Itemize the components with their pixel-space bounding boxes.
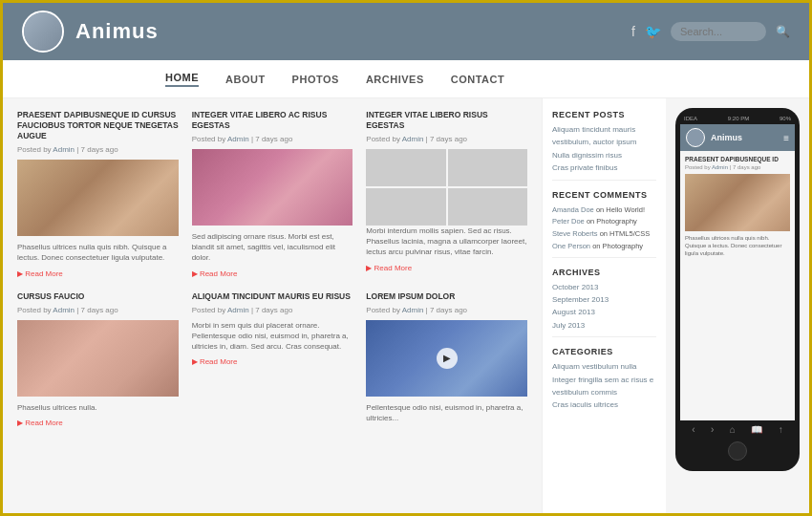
- phone-home-icon[interactable]: ⌂: [730, 424, 736, 435]
- sidebar-divider-3: [552, 336, 656, 337]
- post-5-read-more[interactable]: Read More: [192, 357, 238, 366]
- post-2-title: INTEGER VITAE LIBERO AC RISUS EGESTAS: [192, 110, 353, 131]
- phone-post-image: [685, 174, 790, 231]
- post-5-author[interactable]: Admin: [227, 306, 249, 314]
- post-4-title: CURSUS FAUCIO: [17, 291, 179, 302]
- category-1[interactable]: Aliquam vestibulum nulla: [552, 362, 656, 372]
- category-4[interactable]: Cras iaculis ultrices: [552, 400, 656, 410]
- post-3-title: INTEGER VITAE LIBERO RISUS EGESTAS: [366, 110, 527, 131]
- post-3-author[interactable]: Admin: [402, 135, 424, 143]
- post-4-author[interactable]: Admin: [53, 306, 75, 314]
- post-3-date: 7 days ago: [430, 135, 467, 143]
- collage-img-2: [448, 149, 527, 186]
- post-1-meta: Posted by Admin | 7 days ago: [17, 145, 179, 154]
- collage-img-4: [448, 188, 527, 226]
- post-card-3: INTEGER VITAE LIBERO RISUS EGESTAS Poste…: [366, 110, 527, 278]
- post-2-image: [192, 149, 353, 226]
- recent-post-4[interactable]: Cras private finibus: [552, 163, 656, 173]
- header-icons: f 🐦 🔍: [631, 22, 790, 41]
- avatar: [22, 11, 64, 53]
- comment-1: Amanda Doe on Hello World!: [552, 205, 656, 215]
- post-4-read-more[interactable]: Read More: [17, 419, 63, 427]
- phone-post-author[interactable]: Admin: [712, 164, 728, 170]
- phone-forward-icon[interactable]: ›: [711, 424, 714, 435]
- phone-status-bar: IDEA 9:20 PM 90%: [680, 116, 795, 121]
- phone-home-button[interactable]: [728, 441, 747, 461]
- nav-about[interactable]: ABOUT: [225, 74, 266, 85]
- category-2[interactable]: Integer fringilla sem ac risus e: [552, 376, 656, 385]
- recent-post-3[interactable]: Nulla dignissim risus: [552, 151, 656, 161]
- post-2-meta-prefix: Posted by: [192, 135, 226, 143]
- post-6-author[interactable]: Admin: [402, 306, 424, 314]
- category-3[interactable]: vestibulum commis: [552, 388, 656, 398]
- archive-3[interactable]: August 2013: [552, 308, 656, 317]
- post-5-date: 7 days ago: [255, 306, 292, 314]
- phone-menu-icon[interactable]: ≡: [783, 133, 789, 143]
- comment-1-author[interactable]: Amanda Doe: [552, 205, 594, 214]
- post-6-meta-prefix: Posted by: [366, 306, 400, 314]
- comment-2-on: on Photography: [587, 217, 637, 226]
- comment-3-author[interactable]: Steve Roberts: [552, 229, 598, 238]
- archive-1[interactable]: October 2013: [552, 283, 656, 292]
- nav-archives[interactable]: ARCHIVES: [366, 74, 424, 85]
- post-1-author[interactable]: Admin: [53, 145, 75, 154]
- post-2-read-more[interactable]: Read More: [192, 269, 238, 278]
- nav-contact[interactable]: CONTACT: [451, 74, 504, 85]
- archive-4[interactable]: July 2013: [552, 321, 656, 331]
- post-4-text: Phasellus ultrices nulla.: [17, 402, 179, 413]
- phone-mockup: IDEA 9:20 PM 90% Animus ≡ PRAESENT DAPIB…: [675, 108, 800, 471]
- comment-2-author[interactable]: Peter Doe: [552, 217, 585, 226]
- phone-share-icon[interactable]: ↑: [779, 424, 783, 435]
- nav-home[interactable]: HOME: [165, 72, 199, 87]
- nav-photos[interactable]: PHOTOS: [292, 74, 339, 85]
- post-6-date: 7 days ago: [430, 306, 467, 314]
- recent-comments-title: RECENT COMMENTS: [552, 190, 656, 200]
- post-4-date: 7 days ago: [81, 306, 118, 314]
- sidebar: RECENT POSTS Aliquam tincidunt mauris ve…: [542, 98, 666, 516]
- recent-post-1[interactable]: Aliquam tincidunt mauris: [552, 125, 656, 135]
- phone-post-title: PRAESENT DAPIBUSNEQUE ID: [685, 156, 790, 162]
- post-6-meta: Posted by Admin | 7 days ago: [366, 306, 527, 314]
- twitter-icon[interactable]: 🐦: [645, 24, 661, 39]
- posts-row-1: PRAESENT DAPIBUSNEQUE ID CURSUS FAUCIOBU…: [17, 110, 527, 278]
- comment-4-on: on Photography: [592, 242, 643, 250]
- post-2-author[interactable]: Admin: [227, 135, 249, 143]
- post-card-2: INTEGER VITAE LIBERO AC RISUS EGESTAS Po…: [192, 110, 353, 278]
- post-3-meta: Posted by Admin | 7 days ago: [366, 135, 527, 143]
- phone-book-icon[interactable]: 📖: [751, 424, 762, 435]
- comment-4-author[interactable]: One Person: [552, 242, 590, 250]
- phone-content: PRAESENT DAPIBUSNEQUE ID Posted by Admin…: [680, 151, 795, 420]
- post-1-date: 7 days ago: [81, 145, 118, 154]
- navigation: HOME ABOUT PHOTOS ARCHIVES CONTACT: [3, 60, 809, 98]
- phone-carrier: IDEA: [684, 116, 697, 121]
- post-6-title: LOREM IPSUM DOLOR: [366, 291, 527, 302]
- post-card-1: PRAESENT DAPIBUSNEQUE ID CURSUS FAUCIOBU…: [17, 110, 179, 278]
- site-title: Animus: [75, 19, 159, 44]
- categories-title: CATEGORIES: [552, 347, 656, 356]
- post-card-6: LOREM IPSUM DOLOR Posted by Admin | 7 da…: [366, 291, 527, 428]
- content-area: PRAESENT DAPIBUSNEQUE ID CURSUS FAUCIOBU…: [3, 98, 809, 516]
- recent-post-2[interactable]: vestibulum, auctor ipsum: [552, 138, 656, 147]
- main-content: PRAESENT DAPIBUSNEQUE ID CURSUS FAUCIOBU…: [3, 98, 542, 516]
- facebook-icon[interactable]: f: [631, 24, 635, 39]
- post-4-meta-prefix: Posted by: [17, 306, 52, 314]
- phone-avatar: [686, 128, 705, 147]
- post-6-image: ▶: [366, 320, 527, 397]
- avatar-image: [24, 12, 62, 51]
- search-icon[interactable]: 🔍: [776, 25, 790, 38]
- post-1-image: [17, 160, 179, 236]
- phone-back-icon[interactable]: ‹: [692, 424, 694, 435]
- archive-2[interactable]: September 2013: [552, 295, 656, 305]
- post-1-read-more[interactable]: Read More: [17, 269, 63, 278]
- comment-3: Steve Roberts on HTML5/CSS: [552, 229, 656, 239]
- post-3-read-more[interactable]: Read More: [366, 264, 412, 272]
- phone-time: 9:20 PM: [728, 116, 749, 121]
- post-1-meta-prefix: Posted by: [17, 145, 52, 154]
- comment-3-on: on HTML5/CSS: [600, 229, 651, 238]
- phone-post-meta: Posted by Admin | 7 days ago: [685, 164, 790, 170]
- post-3-image-collage: [366, 149, 527, 226]
- search-input[interactable]: [671, 22, 766, 41]
- collage-img-1: [366, 149, 445, 186]
- sidebar-divider-2: [552, 257, 656, 258]
- phone-meta-prefix: Posted by: [685, 164, 711, 170]
